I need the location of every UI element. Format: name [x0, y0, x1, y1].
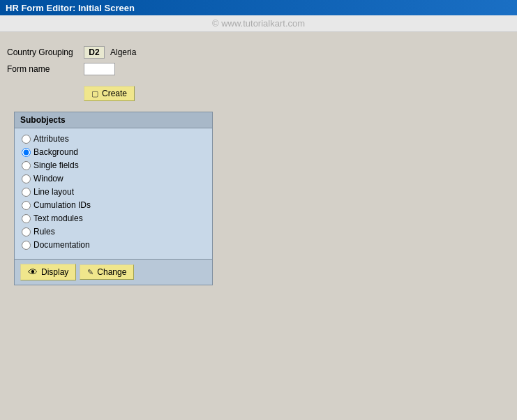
radio-single-fields[interactable]: Single fields: [22, 160, 205, 170]
form-name-label: Form name: [7, 64, 84, 74]
action-button-bar: 👁 Display ✎ Change: [15, 259, 212, 285]
radio-documentation-input[interactable]: [22, 241, 31, 250]
radio-line-layout-label: Line layout: [33, 187, 74, 197]
create-button-label: Create: [102, 89, 127, 98]
country-grouping-value: D2: [84, 46, 105, 59]
watermark-bar: © www.tutorialkart.com: [0, 15, 517, 32]
display-button[interactable]: 👁 Display: [20, 264, 76, 280]
subobjects-title: Subobjects: [15, 112, 212, 128]
country-name: Algeria: [110, 47, 136, 57]
form-name-row: Form name: [7, 63, 510, 75]
country-grouping-row: Country Grouping D2 Algeria: [7, 46, 510, 59]
radio-text-modules-input[interactable]: [22, 214, 31, 223]
watermark-text: © www.tutorialkart.com: [212, 18, 305, 29]
title-text: HR Form Editor: Initial Screen: [6, 3, 135, 13]
radio-background[interactable]: Background: [22, 147, 205, 157]
radio-cumulation-ids-input[interactable]: [22, 201, 31, 210]
country-grouping-label: Country Grouping: [7, 47, 84, 57]
create-button-row: ▢ Create: [84, 86, 510, 101]
radio-attributes[interactable]: Attributes: [22, 134, 205, 144]
subobjects-panel: Subobjects Attributes Background Single …: [14, 112, 213, 285]
form-section: Country Grouping D2 Algeria Form name: [7, 46, 510, 75]
radio-text-modules[interactable]: Text modules: [22, 213, 205, 223]
radio-rules-label: Rules: [33, 227, 55, 237]
radio-attributes-label: Attributes: [33, 134, 69, 144]
radio-window-label: Window: [33, 174, 63, 183]
change-icon: ✎: [87, 268, 93, 277]
form-name-input[interactable]: [84, 63, 115, 75]
main-content: Country Grouping D2 Algeria Form name ▢ …: [0, 32, 517, 292]
radio-rules[interactable]: Rules: [22, 227, 205, 237]
display-button-label: Display: [41, 267, 68, 277]
create-button[interactable]: ▢ Create: [84, 86, 135, 101]
display-icon: 👁: [28, 267, 38, 278]
subobjects-body: Attributes Background Single fields Wind…: [15, 128, 212, 259]
change-button-label: Change: [97, 267, 126, 277]
radio-background-input[interactable]: [22, 148, 31, 157]
radio-text-modules-label: Text modules: [33, 213, 83, 223]
radio-window[interactable]: Window: [22, 174, 205, 183]
radio-documentation[interactable]: Documentation: [22, 240, 205, 250]
radio-window-input[interactable]: [22, 174, 31, 183]
radio-documentation-label: Documentation: [33, 240, 90, 250]
change-button[interactable]: ✎ Change: [80, 264, 134, 280]
radio-line-layout-input[interactable]: [22, 188, 31, 197]
radio-single-fields-input[interactable]: [22, 161, 31, 170]
title-bar: HR Form Editor: Initial Screen: [0, 0, 517, 15]
create-icon: ▢: [91, 89, 98, 98]
radio-single-fields-label: Single fields: [33, 160, 79, 170]
radio-background-label: Background: [33, 147, 78, 157]
radio-cumulation-ids-label: Cumulation IDs: [33, 200, 91, 210]
radio-line-layout[interactable]: Line layout: [22, 187, 205, 197]
radio-rules-input[interactable]: [22, 227, 31, 237]
radio-cumulation-ids[interactable]: Cumulation IDs: [22, 200, 205, 210]
radio-attributes-input[interactable]: [22, 135, 31, 144]
